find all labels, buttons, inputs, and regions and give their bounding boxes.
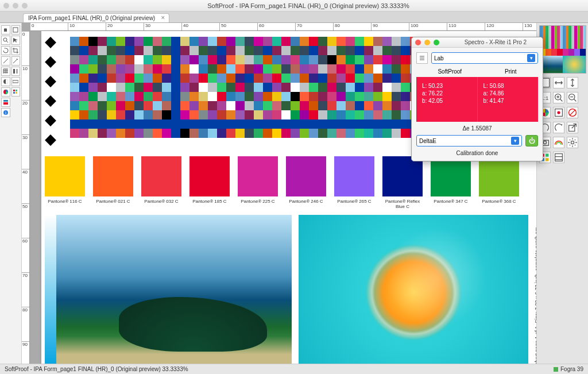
grid-tool[interactable] [1,67,10,76]
color-patch [70,119,79,129]
pantone-swatch-label: Pantone® 021 C [96,199,130,204]
zoom-out-button[interactable] [567,92,578,103]
colorspace-select[interactable]: Lab [431,52,538,64]
status-profile-label: Fogra 39 [560,366,583,372]
spectro-titlebar[interactable]: Spectro - X-Rite i1 Pro 2 [412,37,543,48]
minimize-window-icon[interactable] [13,3,18,9]
color-patch [281,129,291,138]
color-manage-button[interactable] [553,107,564,118]
color-patch [291,55,300,64]
color-patch [245,83,254,92]
eyedropper-tool[interactable] [11,56,21,65]
ruler-vertical: 0102030405060708090 [22,31,30,364]
pantone-swatch-label: Pantone® 265 C [337,199,371,204]
zoom-in-button[interactable] [553,92,564,103]
color-patch [208,92,217,101]
crop-tool[interactable] [11,46,21,55]
spectro-window[interactable]: Spectro - X-Rite i1 Pro 2 Lab SoftProof … [411,37,543,161]
external-button[interactable] [567,122,578,133]
color-patch [346,55,355,64]
window-traffic-lights[interactable] [3,3,28,9]
tool-palette: i [0,23,22,364]
info-tool[interactable]: i [1,108,10,117]
color-patch [272,37,281,46]
contrast-tool[interactable] [1,77,10,86]
zoom-window-icon[interactable] [22,3,28,9]
navigator-thumbnail[interactable] [539,25,586,74]
status-profile[interactable]: Fogra 39 [554,366,583,372]
fit-height-button[interactable] [567,77,578,88]
color-patch [336,92,346,101]
color-patch [235,129,245,138]
color-patch [327,129,336,138]
close-tab-icon[interactable]: ✕ [161,15,165,21]
color-patch [107,55,116,64]
color-wheel-tool[interactable] [1,87,10,97]
pantone-swatch: Pantone® 246 C [286,156,326,209]
color-patch [226,101,235,110]
color-patch [346,119,355,129]
color-patch [171,55,180,64]
color-patch [392,83,401,92]
close-icon[interactable] [415,40,421,45]
rectangle-tool[interactable] [11,25,21,34]
color-patch [98,46,107,55]
pantone-swatch: Pantone® 185 C [189,156,230,209]
color-patch [245,92,254,101]
color-patch-grid [70,37,438,138]
color-patch [107,110,116,119]
color-patch [364,64,373,74]
color-patch [116,64,125,74]
rainbow-button[interactable] [553,137,564,148]
color-patch [217,83,226,92]
color-patch [373,101,382,110]
ruler-tool[interactable] [11,77,21,86]
list-mode-button[interactable] [416,52,428,64]
color-patch [300,119,309,129]
power-button[interactable] [525,135,538,146]
color-patch [355,110,364,119]
zoom-tool[interactable] [1,36,10,45]
color-patch [281,74,291,83]
color-patch [309,55,318,64]
color-patch [336,83,346,92]
cursor-tool[interactable] [11,36,21,45]
table-view-button[interactable] [553,152,564,163]
color-patch [199,64,208,74]
color-patch [180,129,189,138]
color-patch [272,64,281,74]
titlebar: SoftProof - IPA Form_page1 FINAL (HR)_0 … [0,0,588,11]
window-title: SoftProof - IPA Form_page1 FINAL (HR)_0 … [32,2,585,9]
color-patch [171,119,180,129]
zoom-icon[interactable] [434,40,439,45]
palette-tool[interactable] [11,87,21,97]
svg-rect-7 [13,90,15,91]
color-patch [107,101,116,110]
minimize-icon[interactable] [424,40,430,45]
color-patch [98,74,107,83]
diamond-icon [45,76,56,87]
measure-tool[interactable] [1,56,10,65]
rotate-tool[interactable] [1,46,10,55]
deltae-method-select[interactable]: DeltaE [416,135,522,146]
color-patch [98,110,107,119]
color-patch [382,55,392,64]
color-patch [171,101,180,110]
close-window-icon[interactable] [3,3,9,9]
color-patch [263,55,272,64]
pantone-swatch: Pantone® 116 C [45,156,85,209]
document-tab[interactable]: IPA Form_page1 FINAL (HR)_0 (Original pr… [23,13,169,22]
redo-button[interactable] [553,122,564,133]
swatches-tool[interactable] [1,98,10,107]
print-column-label: Print [505,68,517,75]
svg-rect-8 [16,90,17,91]
blocked-button[interactable] [567,107,578,118]
gear-button[interactable] [567,137,578,148]
color-patch [401,46,410,55]
color-patch [318,74,327,83]
svg-rect-12 [3,100,8,102]
fit-width-button[interactable] [553,77,564,88]
color-patch [98,37,107,46]
channels-tool[interactable] [11,67,21,76]
hand-tool[interactable] [1,25,10,34]
